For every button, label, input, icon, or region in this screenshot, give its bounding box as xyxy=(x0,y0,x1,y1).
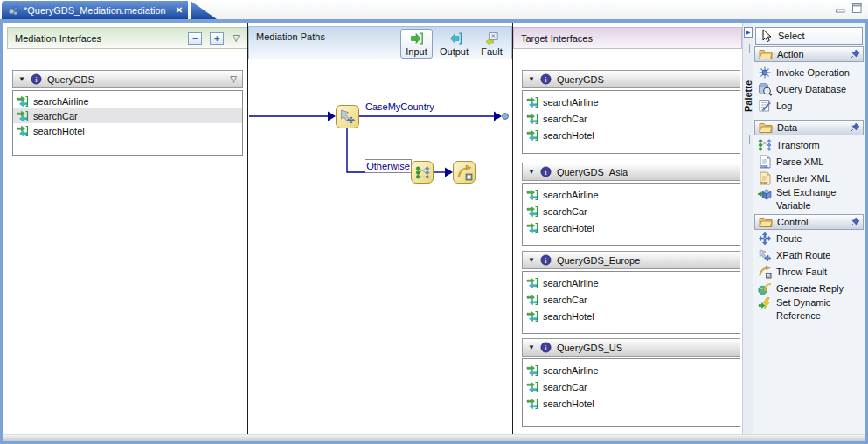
operation-row[interactable]: searchAirline xyxy=(13,94,242,108)
palette-item-log[interactable]: Log xyxy=(754,97,864,114)
operation-row[interactable]: searchHotel xyxy=(13,123,242,138)
palette-category-action[interactable]: Action xyxy=(754,46,864,62)
palette-item-route[interactable]: Route xyxy=(754,230,864,246)
operation-row[interactable]: searchCar xyxy=(523,203,740,219)
operation-label: searchCar xyxy=(543,114,587,124)
set-dynamic-reference-icon xyxy=(758,297,772,311)
palette-category-data[interactable]: Data xyxy=(754,120,864,135)
operation-row[interactable]: searchAirline xyxy=(523,274,740,291)
throw-fault-node[interactable] xyxy=(453,161,476,184)
palette-category-control[interactable]: Control xyxy=(754,214,864,230)
transform-node[interactable] xyxy=(411,161,434,184)
divider-paths-targets[interactable] xyxy=(512,23,513,434)
cursor-icon xyxy=(760,29,774,43)
interface-info-icon xyxy=(540,254,552,266)
palette-item-render-xml[interactable]: Render XML xyxy=(754,170,864,186)
operation-icon xyxy=(526,129,538,142)
panel-menu-icon[interactable]: ▽ xyxy=(233,33,240,43)
output-tool-button[interactable]: Output xyxy=(438,29,470,59)
palette-item-label: Throw Fault xyxy=(776,267,827,277)
category-label: Data xyxy=(777,122,797,133)
interface-info-icon xyxy=(31,73,42,85)
palette-item-throw-fault[interactable]: Throw Fault xyxy=(754,263,864,280)
folder-icon xyxy=(759,121,773,135)
palette-item-label: XPath Route xyxy=(776,250,830,260)
tab-curve xyxy=(191,1,217,19)
pin-icon[interactable] xyxy=(850,122,860,133)
otherwise-branch-label[interactable]: Otherwise xyxy=(365,159,412,173)
operation-row[interactable]: searchHotel xyxy=(523,127,740,143)
window-controls xyxy=(835,3,863,14)
interface-info-icon xyxy=(540,73,552,85)
input-tool-button[interactable]: Input xyxy=(400,29,433,59)
palette-item-label: Route xyxy=(776,233,802,244)
interface-operation-list: searchAirline searchCar searchHotel xyxy=(12,90,243,156)
palette-item-generate-reply[interactable]: Generate Reply xyxy=(754,280,864,296)
xpath-route-icon xyxy=(339,108,356,125)
minimize-view-icon[interactable] xyxy=(835,3,846,14)
palette-collapse-icon[interactable]: ▶ xyxy=(744,27,753,38)
horizontal-scroll-strip[interactable] xyxy=(3,434,865,441)
mediation-file-icon xyxy=(7,4,19,17)
target-group-header-querygds-asia[interactable]: ▼ QueryGDS_Asia xyxy=(522,163,740,181)
section-collapse-icon[interactable]: ▼ xyxy=(528,343,535,351)
operation-row[interactable]: searchAirline xyxy=(523,362,740,378)
collapse-all-icon[interactable]: − xyxy=(188,32,202,45)
operation-row[interactable]: searchAirline xyxy=(523,94,740,110)
pin-icon[interactable] xyxy=(850,49,860,59)
operation-label: searchAirline xyxy=(33,96,89,107)
group-menu-icon[interactable]: ▽ xyxy=(230,74,237,84)
sash-grab-handle xyxy=(746,135,750,144)
operation-icon xyxy=(17,95,29,108)
section-collapse-icon[interactable]: ▼ xyxy=(528,75,535,83)
fault-tool-button[interactable]: Fault xyxy=(476,29,508,59)
target-group-header-querygds-us[interactable]: ▼ QueryGDS_US xyxy=(522,338,740,357)
operation-icon xyxy=(526,113,538,125)
mediation-paths-title: Mediation Paths xyxy=(256,31,325,42)
palette-item-parse-xml[interactable]: Parse XML xyxy=(754,153,864,170)
operation-row[interactable]: searchHotel xyxy=(523,395,740,412)
target-interfaces-title: Target Interfaces xyxy=(521,33,593,44)
operation-row[interactable]: searchHotel xyxy=(523,219,740,236)
palette-select-tool[interactable]: Select xyxy=(755,27,863,45)
case-branch-label[interactable]: CaseMyCountry xyxy=(365,101,434,112)
output-tool-label: Output xyxy=(440,46,469,57)
target-group-header-querygds-europe[interactable]: ▼ QueryGDS_Europe xyxy=(522,251,740,269)
palette-item-invoke-operation[interactable]: Invoke Operation xyxy=(754,64,864,80)
throw-fault-icon xyxy=(456,164,473,181)
palette-item-query-database[interactable]: Query Database xyxy=(754,80,864,97)
target-operation-list: searchAirline searchCar searchHotel xyxy=(522,358,740,427)
editor-tab[interactable]: *QueryGDS_Mediation.mediation ✕ xyxy=(2,1,188,19)
interface-info-icon xyxy=(540,166,552,177)
operation-row-selected[interactable]: searchCar xyxy=(13,108,242,123)
palette: Select Action Invoke Operation Query Dat… xyxy=(753,23,865,434)
operation-row[interactable]: searchCar xyxy=(523,378,740,395)
output-icon xyxy=(448,31,462,45)
xpath-route-node[interactable] xyxy=(336,105,359,128)
palette-sash[interactable]: ▶ Palette xyxy=(742,23,753,434)
tab-close-icon[interactable]: ✕ xyxy=(176,5,183,15)
operation-row[interactable]: searchCar xyxy=(523,110,740,127)
target-group-name: QueryGDS_Europe xyxy=(557,255,640,266)
operation-row[interactable]: searchCar xyxy=(523,291,740,308)
throw-fault-icon xyxy=(758,265,772,279)
expand-all-icon[interactable]: + xyxy=(210,32,224,45)
palette-item-set-exchange-variable[interactable]: Set Exchange Variable xyxy=(754,186,864,214)
operation-row[interactable]: searchAirline xyxy=(523,186,740,203)
section-collapse-icon[interactable]: ▼ xyxy=(528,168,535,176)
pin-icon[interactable] xyxy=(850,217,860,227)
palette-item-set-dynamic-reference[interactable]: Set Dynamic Reference xyxy=(754,296,864,324)
operation-row[interactable]: searchHotel xyxy=(523,308,740,324)
maximize-view-icon[interactable] xyxy=(851,3,863,14)
editor-frame: Mediation Interfaces − + ▽ ▼ QueryGDS ▽ … xyxy=(0,19,868,444)
palette-item-label: Transform xyxy=(776,140,820,150)
interface-group-header-querygds[interactable]: ▼ QueryGDS ▽ xyxy=(12,70,243,88)
section-collapse-icon[interactable]: ▼ xyxy=(528,256,535,264)
palette-item-label: Invoke Operation xyxy=(776,67,850,78)
interface-info-icon xyxy=(540,342,552,353)
operation-icon xyxy=(526,96,538,108)
section-collapse-icon[interactable]: ▼ xyxy=(18,75,25,83)
target-group-header-querygds[interactable]: ▼ QueryGDS xyxy=(522,70,740,88)
palette-item-transform[interactable]: Transform xyxy=(754,136,864,153)
palette-item-xpath-route[interactable]: XPath Route xyxy=(754,246,864,263)
